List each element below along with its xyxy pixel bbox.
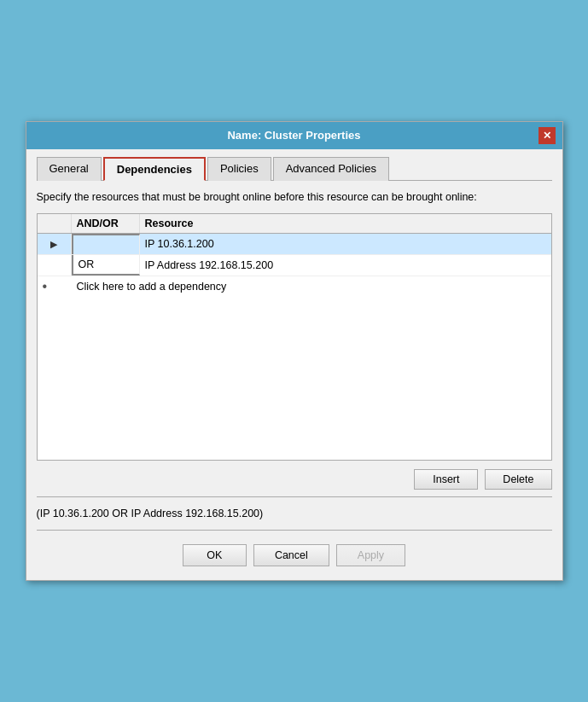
- add-dep-label: Click here to add a dependency: [72, 278, 551, 295]
- insert-button[interactable]: Insert: [414, 469, 478, 490]
- bullet-icon: •: [43, 279, 48, 294]
- dialog-window: Name: Cluster Properties ✕ General Depen…: [26, 121, 563, 582]
- description-text: Specify the resources that must be broug…: [37, 189, 552, 206]
- title-bar: Name: Cluster Properties ✕: [26, 122, 562, 149]
- expression-text: (IP 10.36.1.200 OR IP Address 192.168.15…: [37, 504, 552, 523]
- add-dependency-row[interactable]: • Click here to add a dependency: [38, 276, 551, 297]
- header-resource: Resource: [140, 214, 551, 233]
- dependency-table: AND/OR Resource ▶ IP 10.36.1.200 OR IP A…: [37, 213, 552, 461]
- ok-button[interactable]: OK: [183, 544, 247, 566]
- row-indicator-1: ▶: [38, 234, 72, 254]
- header-and-or: AND/OR: [72, 214, 140, 233]
- apply-button[interactable]: Apply: [336, 544, 405, 566]
- dialog-title: Name: Cluster Properties: [50, 129, 539, 142]
- delete-button[interactable]: Delete: [485, 469, 551, 490]
- row-and-or-1: [72, 234, 140, 254]
- table-row[interactable]: ▶ IP 10.36.1.200: [38, 234, 551, 255]
- header-indicator: [38, 214, 72, 233]
- close-button[interactable]: ✕: [539, 127, 556, 144]
- divider-2: [37, 530, 552, 531]
- arrow-icon: ▶: [50, 239, 57, 250]
- footer-buttons: OK Cancel Apply: [37, 537, 552, 570]
- row-indicator-2: [38, 255, 72, 276]
- add-dep-bullet: •: [38, 276, 72, 297]
- dialog-body: General Dependencies Policies Advanced P…: [26, 149, 562, 581]
- tabs-container: General Dependencies Policies Advanced P…: [37, 156, 552, 181]
- divider: [37, 496, 552, 497]
- row-resource-1: IP 10.36.1.200: [140, 234, 551, 254]
- row-resource-2: IP Address 192.168.15.200: [140, 255, 551, 276]
- cancel-button[interactable]: Cancel: [253, 544, 329, 566]
- table-header: AND/OR Resource: [38, 214, 551, 234]
- table-row[interactable]: OR IP Address 192.168.15.200: [38, 255, 551, 276]
- tab-general[interactable]: General: [37, 157, 102, 181]
- tab-advanced-policies[interactable]: Advanced Policies: [273, 157, 389, 181]
- table-action-buttons: Insert Delete: [37, 469, 552, 490]
- tab-policies[interactable]: Policies: [207, 157, 271, 181]
- tab-dependencies[interactable]: Dependencies: [103, 157, 206, 181]
- row-and-or-2: OR: [72, 255, 140, 276]
